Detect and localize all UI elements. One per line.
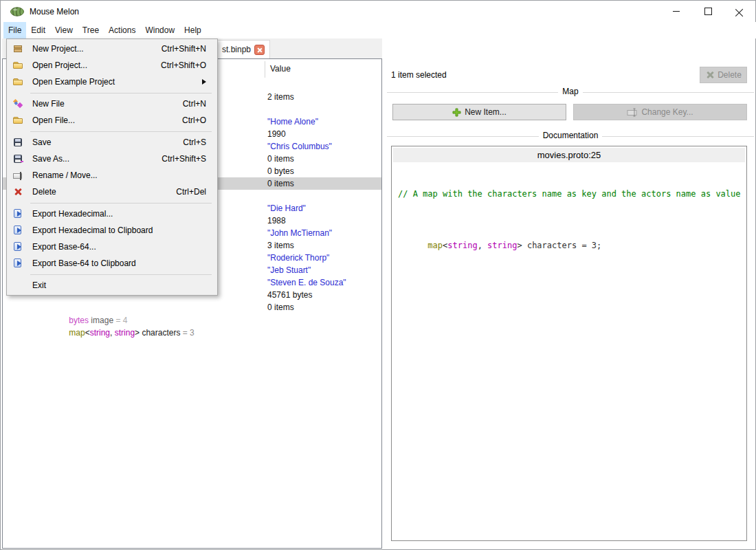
tab-label: st.binpb xyxy=(222,45,251,54)
delete-item-button[interactable]: Delete xyxy=(700,67,747,83)
code-token: , xyxy=(478,241,487,250)
menubar-item[interactable]: Actions xyxy=(104,22,140,38)
tree-label-characters-field[interactable]: map<string, string> characters = 3 xyxy=(60,302,194,314)
menu-item-label: Delete xyxy=(32,187,56,197)
tree-row-value: 3 items xyxy=(267,239,294,252)
titlebar: Mouse Melon xyxy=(1,1,755,22)
menu-item-icon xyxy=(12,153,23,164)
tree-row-value: "Home Alone" xyxy=(267,116,318,128)
documentation-group-title: Documentation xyxy=(539,131,603,140)
menu-item[interactable]: Open Project... Ctrl+Shift+O xyxy=(7,57,217,74)
window-controls xyxy=(660,1,755,22)
delete-button-label: Delete xyxy=(718,70,742,80)
menu-item[interactable]: Export Base-64 to Clipboard xyxy=(7,255,217,272)
menubar-item-label: Window xyxy=(145,25,175,35)
file-menu-popup: New Project... Ctrl+Shift+N Open Project… xyxy=(6,38,218,296)
menu-item-shortcut: Ctrl+O xyxy=(182,116,217,125)
documentation-code: // A map with the characters name as key… xyxy=(392,164,746,276)
proto-code-line: map<string, string> characters = 3; xyxy=(398,220,740,251)
code-token: string xyxy=(447,241,477,250)
token: < xyxy=(85,328,90,338)
menu-item-icon xyxy=(12,258,23,269)
change-key-button[interactable]: Change Key... xyxy=(573,104,747,120)
menu-item-label: New Project... xyxy=(32,44,84,54)
menu-separator xyxy=(30,131,212,132)
menu-item-icon xyxy=(12,208,23,219)
menu-item[interactable]: Save Ctrl+S xyxy=(7,134,217,151)
menu-item-label: New File xyxy=(32,99,65,109)
menubar-item[interactable]: View xyxy=(50,22,78,38)
menu-item-icon xyxy=(12,280,23,291)
menubar-item-label: Help xyxy=(184,25,201,35)
token: map xyxy=(69,328,85,338)
menu-item-icon xyxy=(12,60,23,71)
menu-item[interactable]: Export Base-64... xyxy=(7,239,217,255)
plus-icon xyxy=(452,108,461,117)
menu-item[interactable]: Open Example Project xyxy=(7,74,217,90)
menu-item-shortcut: Ctrl+S xyxy=(183,138,217,147)
menu-separator xyxy=(30,203,212,204)
menu-item[interactable]: Delete Ctrl+Del xyxy=(7,184,217,200)
column-divider[interactable] xyxy=(265,61,265,78)
menu-item-label: Exit xyxy=(32,280,46,290)
tree-row-value: "Jeb Stuart" xyxy=(267,264,311,276)
value-column-header: Value xyxy=(270,59,291,78)
menubar-item[interactable]: Help xyxy=(179,22,206,38)
tree-row-value: 0 items xyxy=(267,153,294,165)
token: characters xyxy=(142,328,182,338)
menubar: File Edit View Tree Actions Window Hel xyxy=(1,22,756,38)
token: > xyxy=(135,328,142,338)
tab-close-icon[interactable] xyxy=(254,45,265,55)
menu-separator xyxy=(30,274,212,275)
close-button[interactable] xyxy=(724,1,755,22)
menu-item-icon xyxy=(12,241,23,252)
token: = 3 xyxy=(183,328,194,338)
tree-row-value: 45761 bytes xyxy=(267,289,312,301)
menu-item[interactable]: Rename / Move... xyxy=(7,167,217,184)
menu-item[interactable]: Export Hexadecimal... xyxy=(7,206,217,222)
menubar-item[interactable]: Tree xyxy=(78,22,104,38)
menubar-item-label: File xyxy=(8,25,21,35)
menu-item-label: Export Hexadecimal... xyxy=(32,209,113,219)
menu-separator xyxy=(30,93,212,94)
minimize-button[interactable] xyxy=(660,1,692,22)
documentation-group-divider: Documentation xyxy=(387,136,754,138)
menu-item-icon xyxy=(12,170,23,181)
tree-row-value: "John McTiernan" xyxy=(267,227,332,239)
menubar-item[interactable]: Window xyxy=(140,22,179,38)
menu-item-label: Save As... xyxy=(32,154,69,164)
menu-item-icon xyxy=(12,98,23,109)
map-group-divider: Map xyxy=(387,92,754,94)
menu-item-icon xyxy=(12,76,23,87)
menu-item[interactable]: Open File... Ctrl+O xyxy=(7,112,217,129)
menubar-item[interactable]: Edit xyxy=(26,22,50,38)
rename-icon xyxy=(627,108,638,117)
menubar-item[interactable]: File xyxy=(3,22,26,38)
menu-item-icon xyxy=(12,43,23,54)
menu-item[interactable]: Export Hexadecimal to Clipboard xyxy=(7,222,217,239)
token: image xyxy=(89,316,115,325)
code-token: string xyxy=(487,241,517,250)
maximize-button[interactable] xyxy=(692,1,724,22)
documentation-source-header: movies.proto:25 xyxy=(393,148,745,162)
code-token: > xyxy=(517,241,522,250)
minimize-icon xyxy=(673,11,680,12)
menubar-item-label: Edit xyxy=(31,25,45,35)
menu-item[interactable]: Exit xyxy=(7,277,217,294)
tree-row-value: 0 bytes xyxy=(267,165,294,177)
menu-item-icon xyxy=(12,186,23,197)
code-token: characters = 3; xyxy=(522,241,602,250)
menu-item-label: Open File... xyxy=(32,116,75,125)
new-item-button[interactable]: New Item... xyxy=(392,104,566,120)
documentation-panel: movies.proto:25 // A map with the charac… xyxy=(391,146,747,541)
menu-item[interactable]: New File Ctrl+N xyxy=(7,96,217,112)
menu-item[interactable]: Save As... Ctrl+Shift+S xyxy=(7,151,217,167)
melon-app-icon xyxy=(10,6,25,17)
menu-item[interactable]: New Project... Ctrl+Shift+N xyxy=(7,41,217,57)
tree-row-value: "Steven E. de Souza" xyxy=(267,276,346,289)
menu-item-label: Export Base-64 to Clipboard xyxy=(32,258,136,268)
menu-item-shortcut: Ctrl+Shift+N xyxy=(162,44,217,54)
submenu-arrow-icon xyxy=(202,79,209,85)
menu-item-icon xyxy=(12,225,23,236)
menu-item-icon xyxy=(12,115,23,126)
